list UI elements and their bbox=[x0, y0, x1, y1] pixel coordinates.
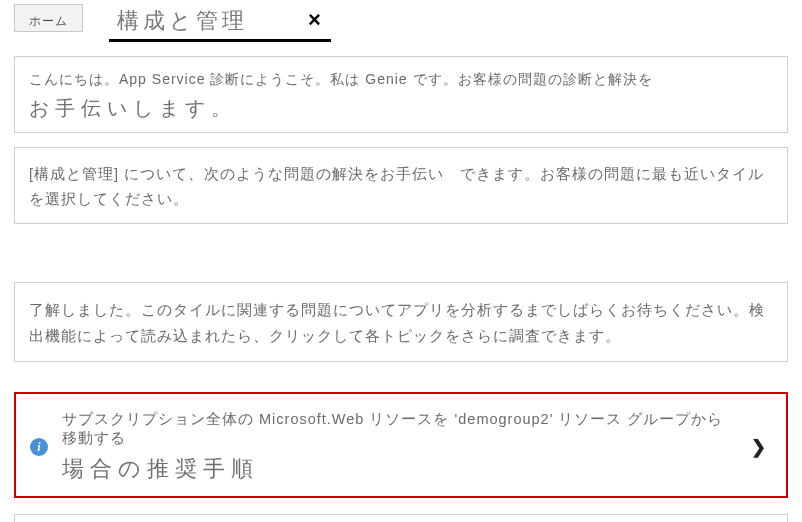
instruction-card: [構成と管理] について、次のような問題の解決をお手伝い できます。お客様の問題… bbox=[14, 147, 788, 224]
result-body: サブスクリプション全体の Microsoft.Web リソースを 'demogr… bbox=[62, 410, 737, 484]
close-icon[interactable]: × bbox=[308, 7, 321, 35]
tab-active-label: 構成と管理 bbox=[117, 6, 248, 36]
chevron-right-icon: ❯ bbox=[751, 436, 766, 458]
result-card-2[interactable]: i サイト 'movewebapp' の App Service プランを変更す… bbox=[14, 514, 788, 522]
tab-home[interactable]: ホーム bbox=[14, 4, 83, 32]
greeting-line1: こんにちは。App Service 診断にようこそ。私は Genie です。お客… bbox=[29, 71, 773, 89]
result-card-1[interactable]: i サブスクリプション全体の Microsoft.Web リソースを 'demo… bbox=[14, 392, 788, 498]
greeting-card: こんにちは。App Service 診断にようこそ。私は Genie です。お客… bbox=[14, 56, 788, 133]
info-icon: i bbox=[30, 438, 48, 456]
spacer bbox=[0, 224, 802, 268]
result-1-subtitle: 場合の推奨手順 bbox=[62, 454, 737, 484]
greeting-line2: お手伝いします。 bbox=[29, 95, 773, 122]
tab-bar: ホーム 構成と管理 × bbox=[0, 0, 802, 42]
result-1-title: サブスクリプション全体の Microsoft.Web リソースを 'demogr… bbox=[62, 410, 737, 448]
analysis-text: 了解しました。このタイルに関連する問題についてアプリを分析するまでしばらくお待ち… bbox=[29, 297, 773, 349]
analysis-card: 了解しました。このタイルに関連する問題についてアプリを分析するまでしばらくお待ち… bbox=[14, 282, 788, 362]
tab-active[interactable]: 構成と管理 × bbox=[109, 2, 331, 42]
instruction-text: [構成と管理] について、次のような問題の解決をお手伝い できます。お客様の問題… bbox=[29, 162, 773, 211]
